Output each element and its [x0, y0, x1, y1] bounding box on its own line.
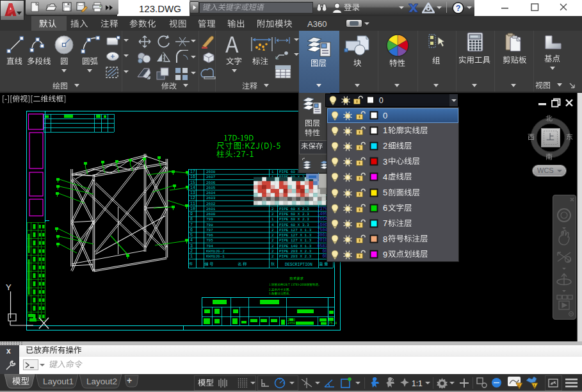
svg-text:2: 2	[271, 228, 274, 233]
svg-text:5: 5	[190, 233, 193, 238]
svg-text:2: 2	[271, 254, 274, 259]
svg-text:2601: 2601	[206, 207, 216, 211]
svg-text:15: 15	[190, 181, 195, 185]
svg-text:4: 4	[190, 238, 193, 243]
svg-text:!: !	[533, 384, 535, 388]
svg-text:DESCRIPTION: DESCRIPTION	[285, 263, 312, 267]
svg-text:12: 12	[190, 196, 195, 200]
svg-text:17: 17	[190, 170, 195, 174]
svg-text:14: 14	[190, 186, 195, 190]
svg-text:2605: 2605	[206, 186, 216, 190]
svg-text:13: 13	[190, 191, 195, 195]
svg-text:2450: 2450	[287, 322, 295, 325]
svg-text:3: 3	[190, 244, 193, 249]
svg-text:1: 1	[271, 170, 274, 174]
svg-text:2608: 2608	[206, 170, 216, 174]
svg-text:PIPE 203 X 2.3: PIPE 203 X 2.3	[279, 249, 312, 254]
svg-text:2602: 2602	[206, 202, 216, 206]
svg-text:11: 11	[190, 202, 195, 206]
svg-text:16: 16	[190, 175, 195, 179]
svg-text:7: 7	[190, 223, 193, 227]
svg-text:Y: Y	[6, 282, 12, 292]
svg-text:2: 2	[271, 244, 274, 249]
svg-text:799: 799	[206, 217, 213, 222]
svg-text:2: 2	[271, 233, 274, 238]
svg-text:2604: 2604	[206, 191, 216, 195]
svg-text:2: 2	[271, 212, 274, 216]
svg-text:?: ?	[456, 4, 461, 13]
svg-text:KHXUJG-1: KHXUJG-1	[206, 254, 225, 259]
svg-text:PIPE 127 X 1.3: PIPE 127 X 1.3	[279, 233, 312, 238]
svg-text:1: 1	[271, 217, 274, 222]
svg-text:797: 797	[206, 228, 213, 233]
svg-text:8: 8	[190, 217, 193, 222]
svg-text:PIPE 60 X 2.3: PIPE 60 X 2.3	[279, 217, 309, 222]
svg-text:10: 10	[190, 207, 195, 211]
svg-text:PIPE 60 X 2.3: PIPE 60 X 2.3	[279, 207, 309, 211]
svg-text:2: 2	[271, 207, 274, 211]
svg-text:9: 9	[190, 212, 193, 216]
svg-text:!: !	[518, 384, 519, 388]
svg-text:2606: 2606	[206, 181, 216, 185]
svg-text:1: 1	[190, 254, 193, 259]
svg-text:794: 794	[206, 244, 213, 249]
svg-text:796: 796	[206, 233, 213, 238]
svg-text:6: 6	[190, 228, 193, 233]
svg-text:2607: 2607	[206, 175, 216, 179]
svg-text:2: 2	[271, 249, 274, 254]
svg-text:PIPE 127 X 1.3: PIPE 127 X 1.3	[279, 228, 312, 233]
svg-text:PIPE 203 X 2.3: PIPE 203 X 2.3	[279, 254, 312, 259]
svg-text:795: 795	[206, 238, 213, 243]
svg-text:KHXUJG-2: KHXUJG-2	[206, 249, 225, 254]
svg-text:798: 798	[206, 223, 213, 227]
svg-text:75.8: 75.8	[328, 321, 337, 325]
svg-text:PIPE 60 X 3.3: PIPE 60 X 3.3	[279, 223, 309, 227]
svg-text:2603: 2603	[206, 196, 216, 200]
svg-text:2: 2	[190, 249, 193, 254]
svg-text:2600: 2600	[206, 212, 216, 216]
svg-text:PIPE 140 X 1.3: PIPE 140 X 1.3	[279, 244, 312, 249]
svg-text:PIPE 60 X 2.3: PIPE 60 X 2.3	[279, 212, 309, 216]
svg-text:4: 4	[271, 223, 274, 227]
svg-text:PIPE 127 X 1.3: PIPE 127 X 1.3	[279, 238, 312, 243]
svg-text:2: 2	[271, 238, 274, 243]
